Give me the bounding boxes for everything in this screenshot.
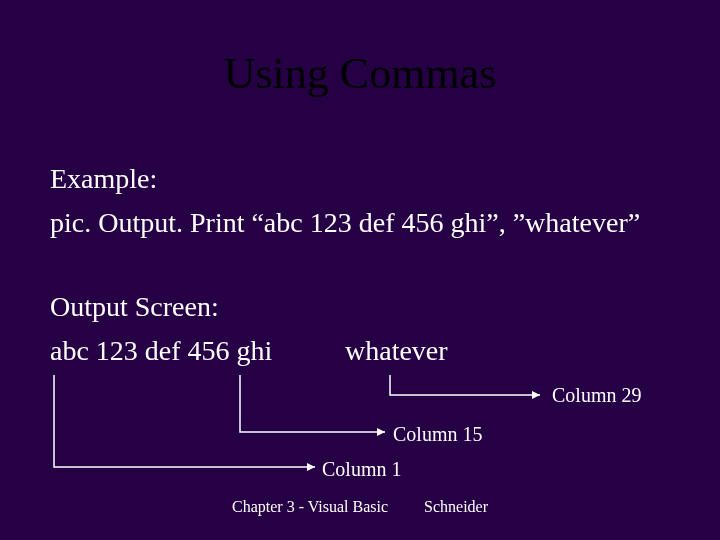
slide-footer: Chapter 3 - Visual Basic Schneider — [0, 498, 720, 516]
output-screen-label: Output Screen: — [50, 290, 219, 324]
output-value-2: whatever — [345, 334, 448, 368]
svg-marker-0 — [532, 391, 540, 399]
footer-author: Schneider — [424, 498, 488, 515]
code-line: pic. Output. Print “abc 123 def 456 ghi”… — [50, 206, 640, 240]
column-1-label: Column 1 — [322, 458, 401, 481]
output-value-1: abc 123 def 456 ghi — [50, 334, 272, 368]
svg-marker-1 — [377, 428, 385, 436]
slide: Using Commas Example: pic. Output. Print… — [0, 0, 720, 540]
column-15-label: Column 15 — [393, 423, 482, 446]
slide-title: Using Commas — [0, 48, 720, 99]
footer-chapter: Chapter 3 - Visual Basic — [232, 498, 388, 515]
svg-marker-2 — [307, 463, 315, 471]
example-label: Example: — [50, 162, 157, 196]
column-29-label: Column 29 — [552, 384, 641, 407]
